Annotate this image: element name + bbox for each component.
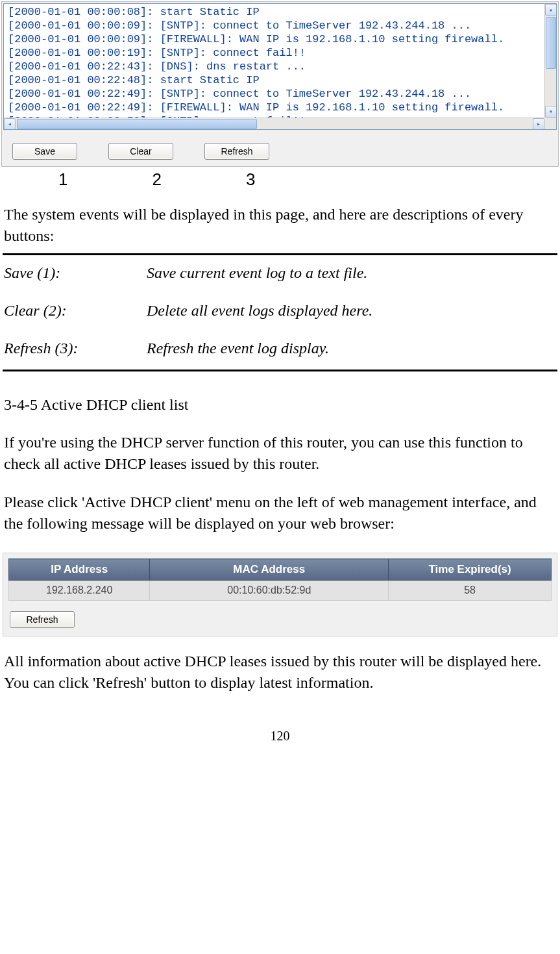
horizontal-scroll-thumb[interactable] [17,119,257,129]
divider-bottom [3,370,557,371]
scroll-right-arrow-icon[interactable]: ▸ [533,118,544,130]
cell-ip: 192.168.2.240 [9,581,150,601]
divider-top [3,253,557,255]
log-button-row: Save Clear Refresh [2,131,558,166]
def-refresh-label: Refresh (3): [4,338,147,358]
def-save-desc: Save current event log to a text file. [147,263,556,282]
dhcp-refresh-button[interactable]: Refresh [10,611,75,628]
scrollbar-corner [544,118,556,129]
dhcp-client-table: IP Address MAC Address Time Expired(s) 1… [8,559,552,601]
paragraph-intro: The system events will be displayed in t… [0,201,560,249]
page-number: 120 [0,696,560,757]
refresh-button[interactable]: Refresh [204,143,269,160]
paragraph-dhcp-intro: If you're using the DHCP server function… [0,429,560,477]
horizontal-scrollbar[interactable]: ◂ ▸ [4,118,544,129]
annotation-3: 3 [246,169,255,190]
button-definitions: Save (1): Save current event log to a te… [0,259,560,366]
log-panel: [2000-01-01 00:00:08]: start Static IP [… [1,1,559,167]
clear-button[interactable]: Clear [108,143,173,160]
dhcp-table-header-row: IP Address MAC Address Time Expired(s) [9,559,552,581]
col-ip-address: IP Address [9,559,150,581]
section-title: 3-4-5 Active DHCP client list [0,392,560,418]
scroll-down-arrow-icon[interactable]: ▾ [545,106,557,118]
def-save-label: Save (1): [4,263,147,282]
cell-time: 58 [389,581,552,601]
system-log-textarea[interactable]: [2000-01-01 00:00:08]: start Static IP [… [3,3,557,130]
def-clear-label: Clear (2): [4,301,147,320]
annotation-numbers: 1 2 3 [0,168,560,190]
system-log-content: [2000-01-01 00:00:08]: start Static IP [… [4,4,542,129]
scroll-left-arrow-icon[interactable]: ◂ [4,118,16,130]
cell-mac: 00:10:60:db:52:9d [150,581,389,601]
save-button[interactable]: Save [12,143,77,160]
annotation-1: 1 [58,169,67,190]
table-row: 192.168.2.240 00:10:60:db:52:9d 58 [9,581,552,601]
col-mac-address: MAC Address [150,559,389,581]
paragraph-dhcp-instruction: Please click 'Active DHCP client' menu o… [0,489,560,537]
def-clear-desc: Delete all event logs displayed here. [147,301,556,320]
annotation-2: 2 [152,169,161,190]
def-refresh-desc: Refresh the event log display. [147,338,556,358]
vertical-scrollbar[interactable]: ▴ ▾ [544,4,556,118]
paragraph-dhcp-explain: All information about active DHCP leases… [0,648,560,696]
col-time-expired: Time Expired(s) [389,559,552,581]
dhcp-client-panel: IP Address MAC Address Time Expired(s) 1… [3,553,557,636]
scroll-up-arrow-icon[interactable]: ▴ [545,4,557,16]
vertical-scroll-thumb[interactable] [546,17,556,69]
